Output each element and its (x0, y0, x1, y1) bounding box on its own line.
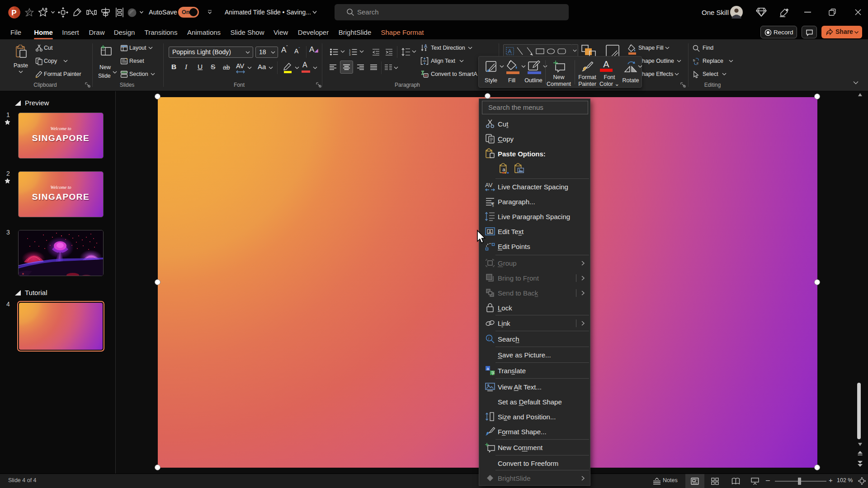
svg-text:A: A (508, 48, 512, 55)
svg-text:¶: ¶ (491, 202, 494, 207)
svg-text:c: c (697, 61, 698, 65)
svg-text:b: b (693, 58, 695, 62)
svg-text:字: 字 (491, 371, 495, 375)
svg-text:A: A (489, 230, 492, 235)
svg-text:a: a (487, 366, 489, 371)
svg-text:a: a (502, 167, 505, 172)
svg-text:3: 3 (349, 53, 351, 56)
svg-text:AV: AV (485, 182, 493, 188)
svg-text:i: i (488, 336, 490, 341)
